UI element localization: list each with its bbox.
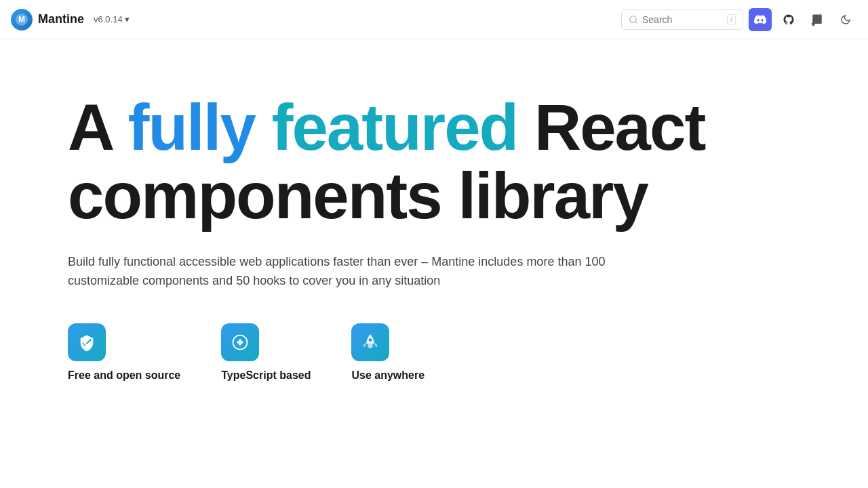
chevron-down-icon: ▾ xyxy=(125,14,130,24)
hero-title-line2: components library xyxy=(68,159,648,232)
rocket-icon xyxy=(361,333,380,352)
discord-icon xyxy=(754,14,766,26)
feature-use-anywhere-label: Use anywhere xyxy=(351,369,425,382)
feature-open-source-label: Free and open source xyxy=(68,369,180,382)
feature-typescript-icon-box xyxy=(221,323,259,361)
hero-title-featured: featured xyxy=(271,91,517,163)
hero-title-space xyxy=(255,91,272,163)
feature-open-source: Free and open source xyxy=(68,323,180,382)
feature-typescript-label: TypeScript based xyxy=(221,369,311,382)
svg-point-2 xyxy=(630,16,636,22)
logo-icon: M xyxy=(11,9,33,30)
scale-icon xyxy=(77,333,96,352)
hero-title: A fully featured React components librar… xyxy=(68,94,800,230)
feature-use-anywhere: Use anywhere xyxy=(351,323,425,382)
features-row: Free and open source TypeScript based xyxy=(68,323,800,382)
svg-point-4 xyxy=(85,338,88,341)
hero-title-react: React xyxy=(517,91,705,163)
svg-point-7 xyxy=(369,338,372,342)
hero-title-a: A xyxy=(68,91,127,163)
header-right: / xyxy=(621,8,857,31)
version-dropdown[interactable]: v6.0.14 ▾ xyxy=(90,13,134,26)
hero-description: Build fully functional accessible web ap… xyxy=(68,252,610,291)
github-icon xyxy=(783,14,795,26)
github-button[interactable] xyxy=(777,8,800,31)
header-left: M Mantine v6.0.14 ▾ xyxy=(11,9,134,30)
discord-button[interactable] xyxy=(749,8,772,31)
search-icon xyxy=(629,15,638,24)
storybook-button[interactable] xyxy=(806,8,829,31)
feature-open-source-icon-box xyxy=(68,323,106,361)
storybook-icon xyxy=(811,14,823,26)
feature-typescript: TypeScript based xyxy=(221,323,311,382)
site-header: M Mantine v6.0.14 ▾ / xyxy=(0,0,868,39)
theme-toggle-button[interactable] xyxy=(834,8,857,31)
svg-text:M: M xyxy=(18,15,25,24)
svg-rect-3 xyxy=(85,337,90,338)
hero-section: A fully featured React components librar… xyxy=(0,39,868,422)
feature-use-anywhere-icon-box xyxy=(351,323,389,361)
typescript-icon xyxy=(231,333,250,352)
svg-point-6 xyxy=(238,340,243,345)
search-bar[interactable]: / xyxy=(621,9,743,30)
logo-name: Mantine xyxy=(38,12,84,26)
moon-icon xyxy=(840,14,851,25)
version-label: v6.0.14 xyxy=(94,14,123,24)
hero-title-fully: fully xyxy=(127,91,254,163)
search-input[interactable] xyxy=(642,14,723,25)
search-shortcut: / xyxy=(727,14,736,25)
